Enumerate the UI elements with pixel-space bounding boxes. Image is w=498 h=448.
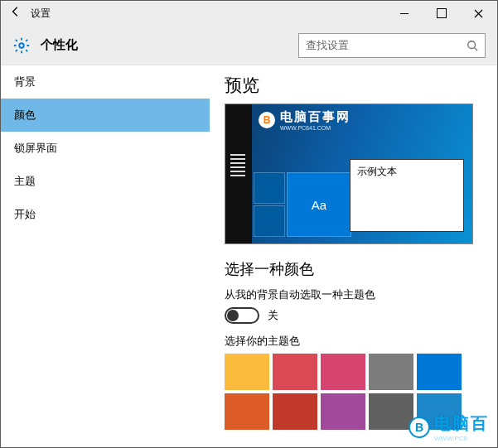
search-icon (467, 40, 478, 51)
sidebar-item-label: 锁屏界面 (14, 141, 57, 156)
body: 背景 颜色 锁屏界面 主题 开始 预览 B 电脑百事网 WWW.PC841.CO… (1, 65, 497, 447)
preview-tile-aa: Aa (287, 172, 351, 237)
sidebar-item-background[interactable]: 背景 (1, 65, 210, 99)
color-swatch[interactable] (225, 393, 269, 430)
svg-point-1 (468, 41, 476, 48)
watermark-logo-icon: B (409, 417, 430, 438)
svg-point-0 (19, 43, 24, 48)
color-swatch[interactable] (273, 354, 317, 390)
preview-box: B 电脑百事网 WWW.PC841.COM Aa 示例文本 (225, 104, 473, 244)
auto-pick-label: 从我的背景自动选取一种主题色 (225, 287, 482, 302)
header: 个性化 查找设置 (1, 26, 497, 65)
sidebar-item-lockscreen[interactable]: 锁屏界面 (1, 132, 210, 165)
minimize-button[interactable] (385, 1, 423, 26)
settings-window: 设置 个性化 查找设置 背景 颜色 锁屏界面 主题 开始 预 (0, 0, 498, 448)
back-button[interactable] (1, 1, 31, 26)
page-watermark: B 电脑百 WWW.PC8 (409, 412, 489, 442)
sample-text: 示例文本 (357, 166, 397, 177)
toggle-state-label: 关 (268, 308, 278, 323)
toggle-knob (227, 310, 239, 321)
auto-pick-toggle[interactable] (225, 307, 259, 324)
titlebar: 设置 (1, 1, 497, 26)
preview-taskbar-lines (230, 154, 245, 179)
accent-label: 选择你的主题色 (225, 334, 482, 349)
watermark-subtext: WWW.PC8 (434, 435, 489, 442)
preview-watermark: B 电脑百事网 WWW.PC841.COM (259, 109, 351, 131)
gear-icon (12, 36, 31, 55)
color-swatch[interactable] (321, 354, 365, 390)
color-swatch[interactable] (273, 393, 317, 430)
color-swatch[interactable] (369, 354, 413, 390)
color-swatch[interactable] (369, 393, 413, 430)
watermark-subtext: WWW.PC841.COM (280, 125, 351, 131)
main-content: 预览 B 电脑百事网 WWW.PC841.COM Aa (210, 65, 497, 447)
sidebar-item-start[interactable]: 开始 (1, 198, 210, 231)
close-button[interactable] (460, 1, 497, 26)
maximize-button[interactable] (423, 1, 460, 26)
window-title: 设置 (31, 7, 51, 21)
window-controls (385, 1, 497, 26)
watermark-text: 电脑百事网 (280, 109, 351, 125)
watermark-text: 电脑百 (434, 412, 489, 435)
color-swatch[interactable] (321, 393, 365, 430)
sidebar-item-label: 开始 (14, 207, 36, 222)
sidebar-item-label: 颜色 (14, 108, 36, 123)
page-title: 个性化 (41, 37, 78, 53)
preview-sample-window: 示例文本 (350, 159, 464, 232)
search-input[interactable]: 查找设置 (298, 33, 486, 58)
toggle-row: 关 (225, 307, 482, 324)
watermark-logo-icon: B (259, 112, 275, 128)
search-placeholder: 查找设置 (306, 38, 467, 53)
preview-tiles: Aa (254, 172, 351, 237)
sidebar-item-label: 背景 (14, 75, 36, 89)
preview-heading: 预览 (225, 74, 482, 97)
choose-color-heading: 选择一种颜色 (225, 259, 482, 279)
sidebar-item-themes[interactable]: 主题 (1, 165, 210, 198)
preview-tile (254, 172, 285, 204)
preview-tile (254, 205, 285, 237)
color-swatch[interactable] (417, 354, 462, 390)
sidebar-item-colors[interactable]: 颜色 (1, 99, 210, 132)
sidebar: 背景 颜色 锁屏界面 主题 开始 (1, 65, 210, 447)
sidebar-item-label: 主题 (14, 174, 36, 189)
color-swatch[interactable] (225, 354, 269, 390)
